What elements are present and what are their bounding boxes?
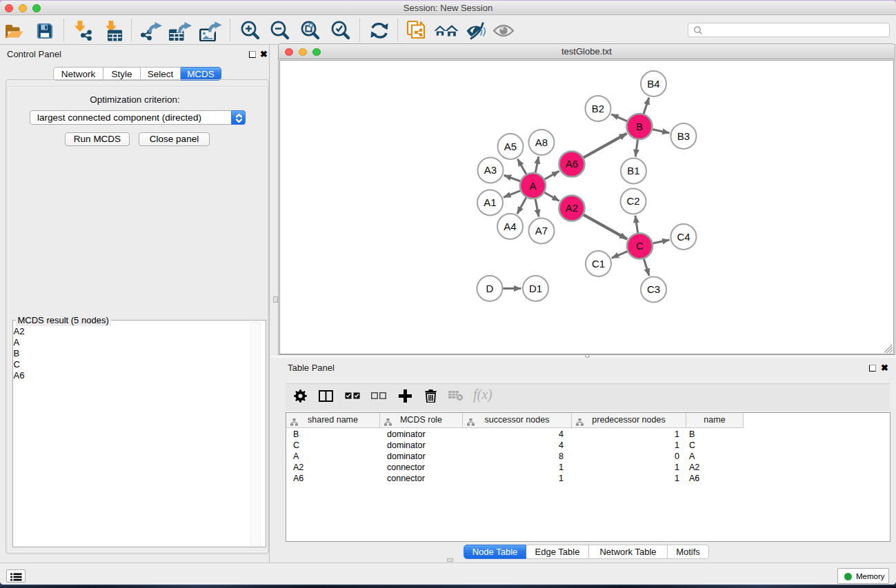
svg-text:D1: D1	[529, 283, 542, 294]
svg-text:B1: B1	[627, 165, 639, 176]
svg-text:A4: A4	[504, 221, 516, 232]
svg-text:C: C	[636, 240, 644, 252]
svg-text:A1: A1	[484, 196, 496, 208]
svg-text:A3: A3	[484, 164, 497, 176]
svg-text:A6: A6	[566, 158, 578, 170]
svg-text:D: D	[486, 283, 494, 294]
svg-text:B3: B3	[677, 130, 690, 142]
svg-text:C2: C2	[626, 195, 639, 207]
svg-text:B: B	[636, 121, 643, 132]
svg-text:C3: C3	[647, 283, 660, 295]
svg-text:B4: B4	[647, 78, 659, 90]
svg-text:A2: A2	[566, 202, 578, 214]
svg-text:A5: A5	[504, 141, 517, 152]
svg-text:B2: B2	[592, 103, 604, 114]
svg-text:A: A	[529, 180, 536, 192]
svg-text:C4: C4	[677, 231, 690, 243]
svg-text:C1: C1	[592, 258, 605, 270]
svg-text:A8: A8	[535, 136, 548, 148]
svg-text:A7: A7	[535, 225, 548, 236]
